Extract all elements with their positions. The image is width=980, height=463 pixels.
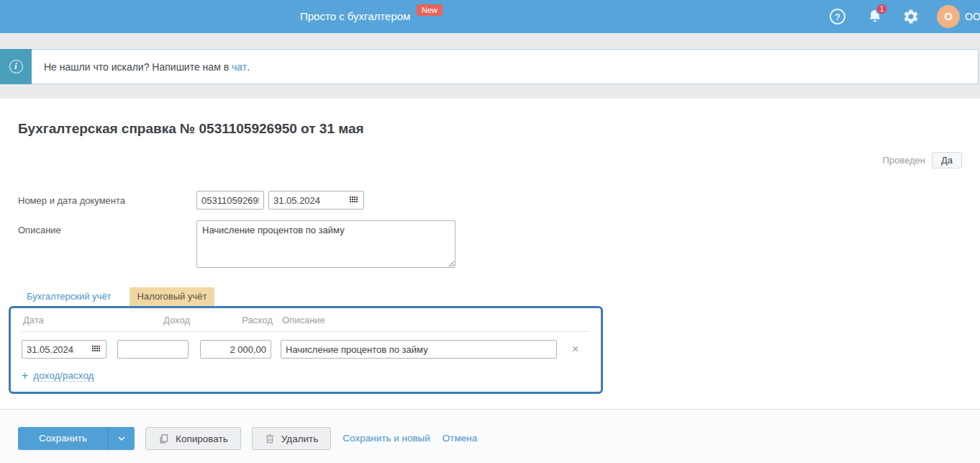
copy-button[interactable]: Копировать: [145, 427, 241, 450]
add-income-expense-link[interactable]: доход/расход: [33, 370, 94, 382]
add-row: + доход/расход: [22, 369, 590, 382]
help-glyph: ?: [835, 12, 840, 22]
posted-toggle-button[interactable]: Да: [932, 152, 962, 168]
banner-suffix: .: [247, 61, 250, 73]
row-calendar-picker-icon[interactable]: [92, 346, 101, 352]
description-textarea[interactable]: Начисление процентов по займу: [196, 220, 455, 268]
main-content: Бухгалтерская справка № 0531105926950 от…: [0, 99, 980, 409]
accounting-tabs: Бухгалтерский учёт Налоговый учёт: [18, 287, 962, 306]
save-split-button[interactable]: Сохранить: [18, 427, 135, 450]
row-expense-input[interactable]: [200, 340, 271, 359]
row-income-input: [117, 340, 189, 359]
number-date-label: Номер и дата документа: [18, 191, 196, 206]
notification-count-badge[interactable]: 1: [876, 3, 888, 15]
page-title: Бухгалтерская справка № 0531105926950 от…: [18, 121, 962, 137]
account-name[interactable]: ОО: [965, 11, 980, 22]
tax-accounting-panel: Дата Доход Расход Описание × +: [9, 306, 603, 394]
row-description-input[interactable]: [281, 340, 557, 359]
cancel-link[interactable]: Отмена: [443, 427, 477, 450]
chat-link[interactable]: чат: [232, 61, 247, 73]
save-button[interactable]: Сохранить: [18, 427, 108, 450]
description-label: Описание: [18, 220, 196, 235]
info-icon-block: i: [0, 49, 32, 84]
document-date-field: [268, 191, 364, 210]
posted-row: Проведен Да: [18, 152, 962, 168]
column-header-description: Описание: [282, 315, 558, 325]
info-icon: i: [9, 60, 23, 73]
column-header-income: Доход: [119, 315, 190, 325]
app-window: Просто с бухгалтером New ? 1 O ОО: [0, 0, 980, 463]
trash-icon: [265, 433, 275, 444]
banner-strip: i Не нашли что искали? Напишите нам в ча…: [0, 33, 980, 99]
posted-label: Проведен: [882, 155, 925, 166]
calendar-picker-icon[interactable]: [350, 197, 358, 203]
new-badge: New: [417, 4, 443, 16]
description-row: Описание Начисление процентов по займу: [18, 220, 962, 268]
settings-gear-icon[interactable]: [902, 8, 920, 25]
delete-button[interactable]: Удалить: [252, 427, 332, 450]
plus-icon: +: [22, 369, 28, 382]
top-header: Просто с бухгалтером New ? 1 O ОО: [0, 0, 980, 33]
table-header-row: Дата Доход Расход Описание: [22, 308, 590, 332]
delete-row-icon[interactable]: ×: [572, 343, 579, 355]
banner-message: Не нашли что искали? Напишите нам в чат.: [32, 50, 250, 84]
banner-text: Не нашли что искали? Напишите нам в: [44, 61, 229, 73]
tab-tax-accounting[interactable]: Налоговый учёт: [130, 287, 215, 306]
column-header-expense: Расход: [201, 315, 273, 325]
column-header-date: Дата: [23, 315, 108, 325]
table-row: ×: [22, 340, 590, 359]
number-date-row: Номер и дата документа: [18, 191, 962, 210]
footer-actions: Сохранить Копировать Удалить: [0, 409, 980, 463]
row-date-field: [22, 340, 106, 359]
tab-accounting[interactable]: Бухгалтерский учёт: [27, 287, 112, 306]
save-and-new-link[interactable]: Сохранить и новый: [342, 427, 430, 450]
delete-button-label: Удалить: [281, 433, 319, 444]
copy-button-label: Копировать: [176, 433, 228, 444]
help-icon[interactable]: ?: [829, 8, 846, 25]
user-avatar[interactable]: O: [937, 5, 960, 28]
info-banner: i Не нашли что искали? Напишите нам в ча…: [0, 49, 979, 84]
copy-icon: [158, 433, 169, 444]
chevron-down-icon: [117, 434, 126, 443]
document-number-input[interactable]: [196, 191, 264, 210]
app-title: Просто с бухгалтером: [300, 10, 410, 22]
save-dropdown-toggle[interactable]: [108, 427, 135, 450]
